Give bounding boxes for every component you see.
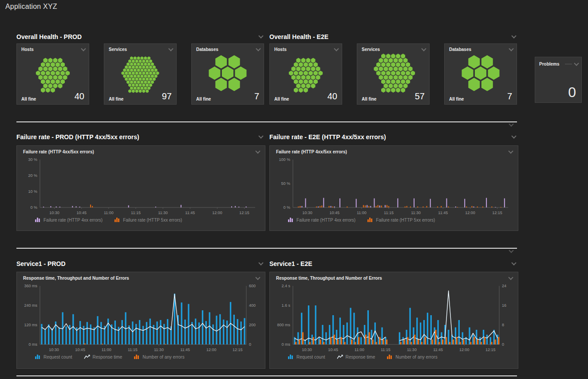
healthy-hexagon (379, 75, 383, 80)
chart-tile-service1-prod[interactable]: Response time, Throughput and Number of … (16, 272, 265, 369)
axis-tick-label: 30 % (28, 157, 37, 162)
legend-item[interactable]: Number of any errors (134, 354, 184, 359)
healthy-hexagon (149, 83, 152, 87)
legend-item[interactable]: Failure rate (HTTP 4xx errors) (35, 217, 103, 223)
chevron-down-icon[interactable] (256, 46, 260, 51)
legend-item[interactable]: Failure rate (HTTP 5xx errors) (367, 217, 435, 223)
legend-label: Failure rate (HTTP 5xx errors) (123, 218, 182, 223)
service1-e2e-chart[interactable]: 2.4 s1.6 s800 ms0 ms24168010:3010:4511:0… (273, 282, 514, 352)
healthy-hexagon (394, 66, 398, 71)
entity-count: 57 (415, 91, 425, 102)
healthy-hexagon (139, 59, 142, 63)
entity-count: 40 (75, 91, 84, 102)
healthy-hexagon (389, 66, 393, 71)
chart-tile-service1-e2e[interactable]: Response time, Throughput and Number of … (269, 272, 518, 369)
legend-item[interactable]: Response time (84, 354, 122, 359)
axis-tick-label: 0 (502, 342, 504, 347)
problems-tile[interactable]: Problems 0 (535, 57, 582, 103)
axis-tick-label: 12:15 (233, 348, 243, 352)
chevron-down-icon[interactable] (511, 133, 516, 138)
healthy-hexagon (128, 71, 131, 75)
chevron-down-icon[interactable] (511, 260, 516, 265)
healthy-hexagon (151, 63, 154, 66)
health-tile-services-e2e[interactable]: Services All fine57 (357, 43, 430, 105)
axis-tick-label: 12:15 (239, 211, 249, 215)
chevron-down-icon[interactable] (509, 121, 513, 126)
healthy-hexagon (123, 68, 126, 72)
health-tile-databases-prod[interactable]: Databases All fine7 (191, 43, 264, 105)
chevron-down-icon[interactable] (81, 46, 86, 51)
chevron-down-icon[interactable] (509, 248, 513, 253)
axis-tick-label: 10:45 (329, 211, 339, 215)
legend-item[interactable]: Failure rate (HTTP 5xx errors) (114, 217, 182, 223)
health-tile-hosts-prod[interactable]: Hosts All fine40 (16, 43, 89, 105)
chart-tile-failure-rate-prod[interactable]: Failure rate (HTTP 4xx/5xx errors) 30 %2… (16, 145, 265, 231)
chevron-down-icon[interactable] (511, 33, 516, 38)
legend-item[interactable]: Request count (35, 354, 72, 359)
chevron-down-icon[interactable] (508, 275, 513, 280)
service1_e2e-svg: 2.4 s1.6 s800 ms0 ms24168010:3010:4511:0… (273, 282, 514, 352)
bar-series-icon (134, 354, 140, 359)
health-tile-hosts-e2e[interactable]: Hosts All fine40 (269, 43, 342, 105)
bar-series-icon (387, 354, 393, 359)
healthy-hexagon (306, 66, 311, 71)
healthy-hexagon (313, 79, 318, 84)
bar-series-icon (35, 217, 41, 223)
chevron-down-icon[interactable] (421, 46, 426, 51)
healthy-hexagon (65, 70, 70, 75)
legend-item[interactable]: Request count (288, 354, 325, 359)
section-header-service1-prod: Service1 - PROD (16, 259, 263, 269)
legend-item[interactable]: Failure rate (HTTP 4xx errors) (288, 217, 355, 223)
healthy-hexagon (142, 66, 145, 69)
healthy-hexagon (379, 58, 383, 63)
healthy-hexagon (125, 71, 128, 75)
healthy-hexagon (406, 62, 410, 67)
chevron-down-icon[interactable] (258, 133, 263, 138)
failure-rate-e2e-chart[interactable]: 100 %50 %0 %10:3010:4511:0011:1511:3011:… (273, 156, 514, 215)
service1-prod-chart[interactable]: 360 ms240 ms120 ms0 ms600400200010:3010:… (20, 282, 261, 352)
axis-tick-label: 12:15 (485, 348, 496, 352)
failure-rate-prod-chart[interactable]: 30 %20 %10 %0 %10:3010:4511:0011:1511:30… (20, 156, 261, 215)
chevron-down-icon[interactable] (258, 33, 263, 38)
entity-count: 7 (507, 91, 512, 102)
healthy-hexagon (125, 66, 128, 69)
legend-item[interactable]: Number of any errors (387, 354, 437, 359)
chevron-down-icon[interactable] (509, 46, 513, 51)
healthy-hexagon (63, 75, 67, 80)
chevron-down-icon[interactable] (574, 61, 579, 66)
section-divider (16, 121, 517, 122)
healthy-hexagon (43, 58, 48, 63)
axis-tick-label: 240 ms (24, 303, 37, 308)
chevron-down-icon[interactable] (508, 148, 513, 153)
axis-tick-label: 100 % (279, 157, 290, 162)
entity-count: 40 (328, 91, 337, 102)
section-divider (16, 375, 517, 376)
healthy-hexagon (386, 79, 391, 84)
healthy-hexagon (394, 58, 398, 63)
chevron-down-icon[interactable] (334, 46, 339, 51)
healthy-hexagon (235, 66, 247, 80)
axis-tick-label: 11:15 (131, 211, 141, 215)
healthy-hexagon (142, 71, 145, 75)
service1_prod-svg: 360 ms240 ms120 ms0 ms600400200010:3010:… (20, 282, 261, 352)
health-tile-databases-e2e[interactable]: Databases All fine7 (444, 43, 517, 105)
chevron-down-icon[interactable] (255, 148, 260, 153)
healthy-hexagon (301, 58, 306, 63)
legend-item[interactable]: Response time (337, 354, 375, 359)
axis-tick-label: 11:45 (185, 211, 195, 215)
healthy-hexagon (53, 83, 58, 88)
healthy-hexagon (149, 66, 152, 69)
health-tile-services-prod[interactable]: Services All fine97 (104, 43, 177, 105)
healthy-hexagon (128, 83, 131, 87)
healthy-hexagon (122, 71, 125, 75)
chart-tile-failure-rate-e2e[interactable]: Failure rate (HTTP 4xx/5xx errors) 100 %… (269, 145, 518, 231)
healthy-hexagon (149, 71, 152, 75)
chevron-down-icon[interactable] (255, 275, 260, 280)
axis-tick-label: 11:15 (381, 348, 391, 352)
chevron-down-icon[interactable] (258, 260, 263, 265)
healthy-hexagon (51, 79, 55, 84)
problems-count: 0 (568, 84, 576, 101)
chevron-down-icon[interactable] (168, 46, 173, 51)
healthy-hexagon (146, 83, 149, 87)
legend-label: Response time (346, 355, 375, 359)
